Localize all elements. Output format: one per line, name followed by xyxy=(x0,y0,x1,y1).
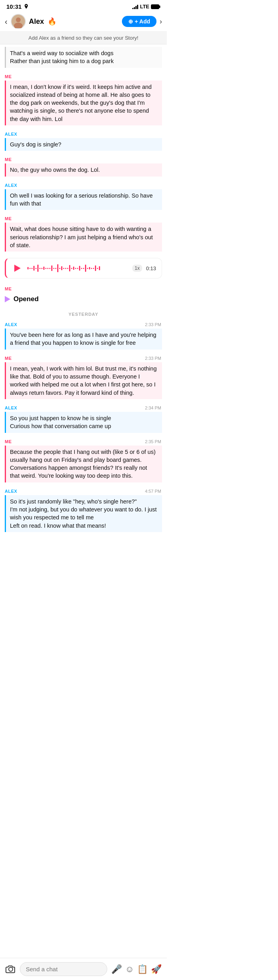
opened-icon xyxy=(5,296,10,302)
avatar xyxy=(11,14,26,29)
message-bubble: I mean, yeah, I work with him lol. But t… xyxy=(5,362,162,399)
sender-label-me6: ME xyxy=(0,437,145,445)
status-time: 10:31 xyxy=(6,3,21,10)
message-bubble: So it's just randomly like "hey, who's s… xyxy=(5,495,162,532)
message-bubble: That's a weird way to socialize with dog… xyxy=(5,47,162,68)
battery-icon xyxy=(151,4,160,9)
sender-label-me4: ME xyxy=(0,284,167,292)
message-bubble: Wait, what does house sitting have to do… xyxy=(5,223,162,252)
message-time: 2:33 PM xyxy=(145,354,167,361)
message-block-me3: ME Wait, what does house sitting have to… xyxy=(0,212,167,254)
microphone-button[interactable]: 🎤 xyxy=(111,964,122,974)
opened-block: ME Opened xyxy=(0,282,167,308)
chat-header: ‹ Alex 🔥 ⊕ + Add › xyxy=(0,12,167,32)
svg-point-3 xyxy=(16,17,21,22)
message-block-me: ME I mean, I don't know if it's weird. I… xyxy=(0,70,167,128)
message-block-me2: ME No, the guy who owns the dog. Lol. xyxy=(0,153,167,179)
speed-badge[interactable]: 1x xyxy=(132,265,142,272)
message-time: 2:35 PM xyxy=(145,437,167,444)
message-time: 2:33 PM xyxy=(145,320,167,327)
message-time: 2:34 PM xyxy=(145,403,167,410)
message-bubble: I mean, I don't know if it's weird. It k… xyxy=(5,81,162,125)
sender-label-me5: ME xyxy=(0,354,145,361)
sender-label-alex3: ALEX xyxy=(0,320,145,328)
message-row: ALEX 2:34 PM xyxy=(0,403,167,411)
sender-label-alex: ALEX xyxy=(0,129,167,137)
add-friend-button[interactable]: ⊕ + Add xyxy=(122,16,156,27)
svg-point-5 xyxy=(9,967,13,971)
message-block-me5: ME 2:33 PM I mean, yeah, I work with him… xyxy=(0,352,167,402)
chat-input[interactable] xyxy=(20,962,107,976)
bottom-bar: 🎤 ☺ 📋 🚀 xyxy=(0,958,167,980)
status-bar: 10:31 LTE xyxy=(0,0,167,12)
svg-rect-1 xyxy=(159,6,160,8)
message-bubble: You've been here for as long as I have a… xyxy=(5,329,162,350)
message-time: 4:57 PM xyxy=(145,486,167,494)
sender-label-alex2: ALEX xyxy=(0,181,167,188)
voice-message: 1x 0:13 xyxy=(5,258,162,279)
svg-rect-0 xyxy=(151,4,159,9)
message-row: ALEX 2:33 PM xyxy=(0,320,167,328)
sender-label-me2: ME xyxy=(0,155,167,163)
status-icons: LTE xyxy=(132,4,160,10)
message-block-alex4: ALEX 2:34 PM So you just happen to know … xyxy=(0,402,167,435)
more-options-button[interactable]: › xyxy=(160,17,162,26)
message-bubble: Oh well I was looking for a serious rela… xyxy=(5,189,162,210)
message-block-alex: ALEX Guy's dog is single? xyxy=(0,128,167,153)
sticker-button[interactable]: 📋 xyxy=(137,964,148,974)
contact-name: Alex 🔥 xyxy=(29,17,122,26)
date-separator: YESTERDAY xyxy=(0,308,167,318)
message-bubble: So you just happen to know he is single … xyxy=(5,412,162,433)
message-bubble: Guy's dog is single? xyxy=(5,138,162,151)
opened-label: Opened xyxy=(14,295,39,303)
message-row: ALEX 4:57 PM xyxy=(0,486,167,494)
play-button[interactable] xyxy=(12,262,23,274)
bottom-action-icons: 🎤 ☺ 📋 🚀 xyxy=(111,964,162,974)
location-icon xyxy=(24,4,29,10)
message-block-alex3: ALEX 2:33 PM You've been here for as lon… xyxy=(0,318,167,352)
message-block: That's a weird way to socialize with dog… xyxy=(0,44,167,70)
message-row: ME 2:33 PM xyxy=(0,354,167,361)
sender-label-alex4: ALEX xyxy=(0,403,145,411)
message-bubble: Because the people that I hang out with … xyxy=(5,446,162,482)
fire-emoji: 🔥 xyxy=(48,17,56,25)
message-block-me6: ME 2:35 PM Because the people that I han… xyxy=(0,435,167,485)
message-bubble: No, the guy who owns the dog. Lol. xyxy=(5,163,162,176)
voice-message-block: 1x 0:13 xyxy=(0,254,167,282)
network-type: LTE xyxy=(140,4,149,10)
emoji-button[interactable]: ☺ xyxy=(125,964,134,974)
sender-label-me3: ME xyxy=(0,214,167,222)
sender-label-me: ME xyxy=(0,72,167,80)
waveform xyxy=(27,263,128,273)
opened-indicator: Opened xyxy=(0,292,167,306)
voice-duration: 0:13 xyxy=(146,265,156,271)
message-block-alex5: ALEX 4:57 PM So it's just randomly like … xyxy=(0,485,167,534)
friend-suggestion-bar: Add Alex as a friend so they can see you… xyxy=(0,32,167,44)
messages-list: That's a weird way to socialize with dog… xyxy=(0,44,167,567)
message-row: ME 2:35 PM xyxy=(0,437,167,445)
sender-label-alex5: ALEX xyxy=(0,486,145,494)
signal-strength xyxy=(132,4,138,9)
message-block-alex2: ALEX Oh well I was looking for a serious… xyxy=(0,179,167,213)
bitmoji-button[interactable]: 🚀 xyxy=(151,964,162,974)
camera-button[interactable] xyxy=(6,963,16,976)
back-button[interactable]: ‹ xyxy=(5,17,8,26)
